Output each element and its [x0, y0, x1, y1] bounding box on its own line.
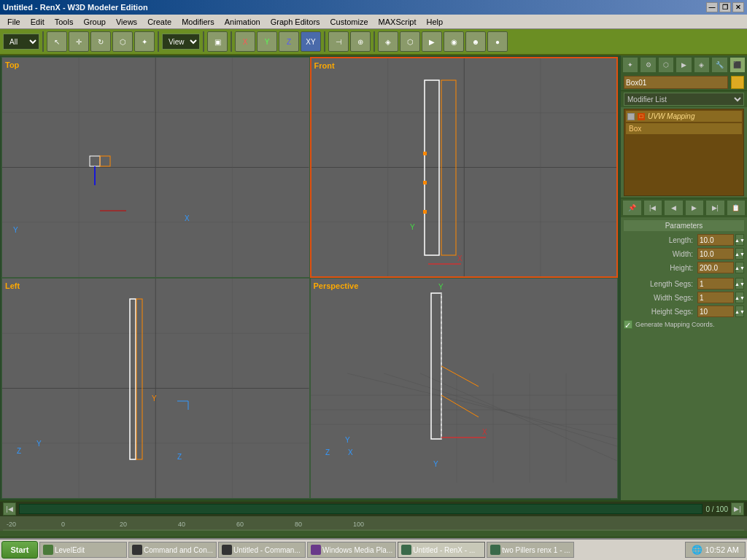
timeline-rulers[interactable]: -20 0 20 40 60 80 100	[0, 516, 747, 531]
svg-text:40: 40	[178, 521, 185, 528]
render-setup-btn[interactable]: ⬡	[400, 31, 420, 52]
param-width-segs-spinner[interactable]: ▲▼	[735, 292, 744, 303]
nav-btn-3[interactable]: ▶	[685, 200, 705, 216]
viewport-perspective[interactable]: Perspective Y	[310, 278, 619, 499]
param-height-row: Height: ▲▼	[624, 262, 744, 273]
viewport-left[interactable]: Left Y Z Z Y	[1, 278, 310, 499]
menu-item-modifiers[interactable]: Modifiers	[177, 16, 219, 28]
nav-btn-5[interactable]: 📋	[727, 200, 746, 216]
mat-editor-btn[interactable]: ◈	[378, 31, 398, 52]
svg-text:Z: Z	[325, 448, 330, 456]
scale-tool-button[interactable]: ⬡	[112, 31, 133, 52]
modify-tab[interactable]: ⚙	[640, 57, 656, 73]
mirror-btn[interactable]: ⊣	[328, 31, 349, 52]
svg-text:X: X	[457, 254, 462, 262]
param-width-spinner[interactable]: ▲▼	[735, 248, 744, 260]
taskbar-item-renx[interactable]: Untitled - RenX - ...	[398, 542, 485, 558]
menu-item-maxscript[interactable]: MAXScript	[374, 16, 421, 28]
tool7[interactable]: ●	[487, 31, 508, 52]
svg-text:X: X	[482, 428, 487, 436]
pin-stack-btn[interactable]: 📌	[622, 200, 642, 216]
timeline-nav-end[interactable]: ▶|	[731, 502, 744, 516]
utilities-tab[interactable]: 🔧	[711, 57, 727, 73]
select-tool-button[interactable]: ↖	[47, 31, 67, 52]
modifier-uvw-mapping[interactable]: □ UVW Mapping	[626, 111, 742, 122]
pillers-icon	[490, 545, 500, 555]
taskbar-item-leveledit[interactable]: LevelEdit	[39, 542, 127, 558]
y-axis-button[interactable]: Y	[257, 31, 277, 52]
param-length-spinner[interactable]: ▲▼	[735, 234, 744, 246]
toolbar-separator-4	[231, 31, 232, 52]
nav-btn-2[interactable]: ◀	[664, 200, 684, 216]
timeline-slider[interactable]	[19, 504, 703, 514]
toolbar-separator-3	[203, 31, 204, 52]
taskbar-item-command1[interactable]: Command and Con...	[128, 542, 217, 558]
start-button[interactable]: Start	[1, 541, 38, 559]
param-length-input[interactable]	[697, 234, 734, 246]
modifier-box-base[interactable]: Box	[626, 123, 742, 134]
timeline-position-label: 0 / 100	[705, 505, 728, 513]
modifier-checkbox-uvw[interactable]	[627, 113, 635, 120]
menu-item-views[interactable]: Views	[112, 16, 142, 28]
taskbar-item-mediaplayer[interactable]: Windows Media Pla...	[307, 542, 396, 558]
x-axis-button[interactable]: X	[235, 31, 255, 52]
tool6[interactable]: ☻	[465, 31, 486, 52]
minimize-button[interactable]: —	[706, 2, 718, 12]
svg-rect-55	[431, 293, 441, 439]
xy-axis-button[interactable]: XY	[301, 31, 321, 52]
snap-tool-button[interactable]: ✦	[134, 31, 155, 52]
menu-item-group[interactable]: Group	[79, 16, 110, 28]
restore-button[interactable]: ❐	[719, 2, 731, 12]
menu-item-tools[interactable]: Tools	[50, 16, 78, 28]
menu-item-file[interactable]: File	[3, 16, 25, 28]
svg-text:Z: Z	[17, 447, 21, 455]
param-height-spinner[interactable]: ▲▼	[735, 262, 744, 273]
display-tab[interactable]: ◈	[694, 57, 710, 73]
param-height-segs-input[interactable]	[697, 306, 734, 317]
taskbar-item-pillers[interactable]: two Pillers renx 1 - ...	[487, 542, 574, 558]
param-length-segs-spinner[interactable]: ▲▼	[735, 278, 744, 289]
menu-item-animation[interactable]: Animation	[220, 16, 265, 28]
timeline-nav-start[interactable]: |◀	[3, 502, 16, 516]
param-length-segs-row: Length Segs: ▲▼	[624, 278, 744, 289]
svg-text:Y: Y	[13, 226, 18, 234]
param-height-segs-spinner[interactable]: ▲▼	[735, 306, 744, 317]
param-height-input[interactable]	[697, 262, 734, 273]
generate-mapping-checkbox[interactable]: ✓	[624, 320, 632, 329]
close-button[interactable]: ✕	[732, 2, 744, 12]
selection-mode-dropdown[interactable]: All	[3, 34, 39, 50]
view-dropdown[interactable]: View	[162, 34, 200, 50]
motion-tab[interactable]: ▶	[676, 57, 692, 73]
param-width-input[interactable]	[697, 248, 734, 260]
timeline-ruler-svg: -20 0 20 40 60 80 100	[3, 516, 744, 531]
extra-tab[interactable]: ⬛	[729, 57, 746, 73]
rotate-tool-button[interactable]: ↻	[90, 31, 111, 52]
tool5[interactable]: ◉	[444, 31, 464, 52]
param-length-segs-input[interactable]	[697, 278, 734, 289]
object-name-input[interactable]	[624, 76, 728, 89]
taskbar-item-command2[interactable]: Untitled - Comman...	[218, 542, 306, 558]
param-width-segs-input[interactable]	[697, 292, 734, 303]
object-name-bar	[621, 74, 747, 90]
z-axis-button[interactable]: Z	[279, 31, 299, 52]
viewport-front[interactable]: Front Y X	[310, 57, 619, 278]
align-btn[interactable]: ⊕	[350, 31, 371, 52]
menu-item-help[interactable]: Help	[422, 16, 448, 28]
render-btn[interactable]: ▣	[207, 31, 228, 52]
object-color-swatch[interactable]	[731, 76, 744, 89]
svg-text:Y: Y	[345, 436, 350, 444]
menu-item-customize[interactable]: Customize	[326, 16, 373, 28]
move-tool-button[interactable]: ✛	[69, 31, 89, 52]
toolbar-separator-5	[324, 31, 325, 52]
menu-item-edit[interactable]: Edit	[26, 16, 49, 28]
create-tab[interactable]: ✦	[622, 57, 638, 73]
hierarchy-tab[interactable]: ⬡	[658, 57, 674, 73]
nav-btn-1[interactable]: |◀	[643, 200, 663, 216]
svg-text:Y: Y	[152, 394, 157, 402]
menu-item-create[interactable]: Create	[143, 16, 176, 28]
menu-item-graph-editors[interactable]: Graph Editors	[266, 16, 325, 28]
render-btn2[interactable]: ▶	[422, 31, 442, 52]
modifier-list-dropdown[interactable]: Modifier List	[624, 93, 744, 106]
nav-btn-4[interactable]: ▶|	[705, 200, 725, 216]
viewport-top[interactable]: Top X Y Z X	[1, 57, 310, 278]
